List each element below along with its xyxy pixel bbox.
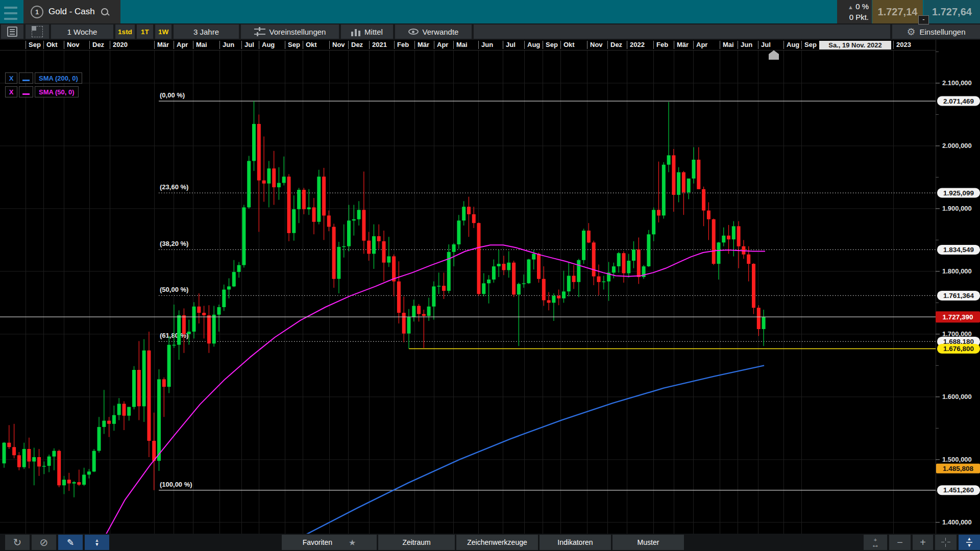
mittel-label: Mittel	[364, 28, 383, 36]
svg-text:Okt: Okt	[46, 41, 58, 48]
svg-text:2021: 2021	[372, 41, 387, 48]
line-sample-icon	[19, 86, 33, 97]
svg-text:2.071,469: 2.071,469	[943, 97, 974, 105]
collapse-prices-button[interactable]: -	[918, 15, 929, 24]
svg-text:Mai: Mai	[196, 41, 207, 48]
instrument-tab[interactable]: 1 Gold - Cash	[23, 0, 120, 23]
legend-label[interactable]: SMA (200, 0)	[35, 72, 82, 84]
draw-button[interactable]: ✎	[58, 535, 83, 550]
bottom-toolbar: ↻ ⊘ ✎ ▲▼ Favoriten ★ Zeitraum Zeichenwer…	[0, 534, 980, 551]
interval-dropdown[interactable]: 1 Woche	[51, 24, 113, 39]
svg-text:Sep: Sep	[546, 41, 558, 48]
settings-button[interactable]: ⚙ Einstellungen	[892, 24, 980, 39]
circle-slash-icon: ⊘	[40, 536, 48, 548]
up-down-triangles-icon: ▲▼	[95, 538, 100, 546]
svg-text:Jul: Jul	[506, 41, 516, 48]
ask-price[interactable]: 1.727,64	[924, 0, 980, 23]
close-icon[interactable]: X	[5, 86, 17, 97]
sliders-icon	[254, 27, 265, 36]
svg-text:1.451,260: 1.451,260	[943, 486, 974, 494]
patterns-button[interactable]: Muster	[612, 535, 684, 550]
svg-text:Aug: Aug	[787, 41, 799, 48]
mittel-button[interactable]: Mittel	[341, 24, 393, 39]
svg-text:2022: 2022	[630, 41, 645, 48]
settings-label: Einstellungen	[919, 28, 965, 36]
svg-text:Okt: Okt	[564, 41, 575, 48]
svg-text:Mär: Mär	[677, 41, 689, 48]
chart-toolbar: 1 Woche 1std 1T 1W 3 Jahre Voreinstellun…	[0, 23, 980, 40]
svg-text:Jul: Jul	[244, 41, 254, 48]
svg-text:Dez: Dez	[92, 41, 105, 48]
menu-icon[interactable]	[4, 5, 20, 21]
favorites-button[interactable]: Favoriten ★	[282, 535, 377, 550]
chart-list-button[interactable]	[1, 24, 23, 39]
svg-text:Dez: Dez	[351, 41, 363, 48]
refresh-icon: ↻	[13, 536, 22, 548]
verwandte-button[interactable]: Verwandte	[395, 24, 472, 39]
search-icon[interactable]	[101, 8, 108, 15]
svg-text:1.676,800: 1.676,800	[943, 345, 974, 353]
zoom-out-button[interactable]: −	[889, 535, 911, 550]
crosshair-button[interactable]	[935, 535, 957, 550]
quick-interval-1t[interactable]: 1T	[137, 24, 153, 39]
scale-vertical-button[interactable]: ▲▼	[959, 535, 980, 550]
instrument-title: Gold - Cash	[48, 7, 95, 17]
pencil-icon: ✎	[67, 537, 74, 548]
crosshair-icon	[941, 538, 950, 547]
zeitraum-button[interactable]: Zeitraum	[378, 535, 455, 550]
layout-button[interactable]	[26, 24, 49, 39]
verwandte-label: Verwandte	[423, 28, 459, 36]
close-icon[interactable]: X	[5, 72, 17, 84]
layout-icon	[32, 26, 43, 37]
svg-text:Sep: Sep	[29, 41, 41, 48]
zoom-in-button[interactable]: +	[913, 535, 933, 550]
change-points: 0 Pkt.	[837, 12, 869, 22]
svg-text:1.834,549: 1.834,549	[943, 246, 974, 254]
quick-interval-1std[interactable]: 1std	[115, 24, 135, 39]
svg-text:Apr: Apr	[696, 41, 707, 48]
disable-drawing-button[interactable]: ⊘	[32, 535, 56, 550]
svg-text:1.800,000: 1.800,000	[942, 267, 972, 275]
svg-text:2.000,000: 2.000,000	[942, 142, 972, 149]
zoom-horizontal-button[interactable]: +↔	[864, 535, 887, 550]
svg-text:Sep: Sep	[804, 41, 817, 48]
indicators-button[interactable]: Indikatoren	[540, 535, 611, 550]
svg-text:(38,20 %): (38,20 %)	[160, 240, 188, 247]
svg-text:2020: 2020	[113, 41, 128, 48]
svg-text:Sa., 19 Nov. 2022: Sa., 19 Nov. 2022	[828, 41, 882, 49]
svg-text:Mai: Mai	[456, 41, 468, 48]
svg-text:Mär: Mär	[418, 41, 429, 48]
svg-text:1.925,099: 1.925,099	[943, 189, 974, 197]
svg-text:2.100,000: 2.100,000	[942, 79, 972, 87]
drawing-tools-button[interactable]: Zeichenwerkzeuge	[456, 535, 538, 550]
sort-button[interactable]: ▲▼	[85, 535, 109, 550]
svg-text:Dez: Dez	[610, 41, 623, 48]
trading-app: 1 Gold - Cash ▲ 0 % 0 Pkt. 1.727,14 1.72…	[0, 0, 980, 551]
svg-text:Jun: Jun	[741, 41, 752, 48]
presets-button[interactable]: Voreinstellungen	[241, 24, 339, 39]
bid-price[interactable]: 1.727,14	[872, 0, 923, 23]
arrows-vertical-icon: ▲▼	[966, 537, 972, 547]
svg-text:1.761,364: 1.761,364	[943, 292, 974, 299]
svg-text:Apr: Apr	[437, 41, 448, 48]
star-icon[interactable]: ★	[349, 538, 356, 547]
arrows-horizontal-icon: +↔	[871, 537, 879, 547]
svg-text:Nov: Nov	[590, 41, 603, 48]
range-dropdown[interactable]: 3 Jahre	[174, 24, 239, 39]
quick-interval-1w[interactable]: 1W	[155, 24, 172, 39]
svg-text:1.600,000: 1.600,000	[942, 393, 972, 400]
change-percent: 0 %	[855, 2, 869, 11]
svg-text:1.727,390: 1.727,390	[942, 313, 973, 321]
change-box: ▲ 0 % 0 Pkt.	[837, 0, 872, 23]
svg-text:(50,00 %): (50,00 %)	[160, 286, 188, 293]
candlestick-icon	[351, 27, 360, 36]
svg-text:Sep: Sep	[288, 41, 300, 48]
price-chart[interactable]: SepOktNovDez2020MärAprMaiJunJulAugSepOkt…	[0, 40, 980, 534]
legend-label[interactable]: SMA (50, 0)	[35, 86, 79, 97]
svg-text:1.500,000: 1.500,000	[942, 456, 972, 463]
svg-text:Nov: Nov	[332, 41, 345, 48]
refresh-button[interactable]: ↻	[5, 535, 30, 550]
svg-text:1.400,000: 1.400,000	[942, 518, 972, 526]
legend-sma50: X SMA (50, 0)	[5, 86, 82, 97]
svg-text:Mär: Mär	[157, 41, 169, 48]
